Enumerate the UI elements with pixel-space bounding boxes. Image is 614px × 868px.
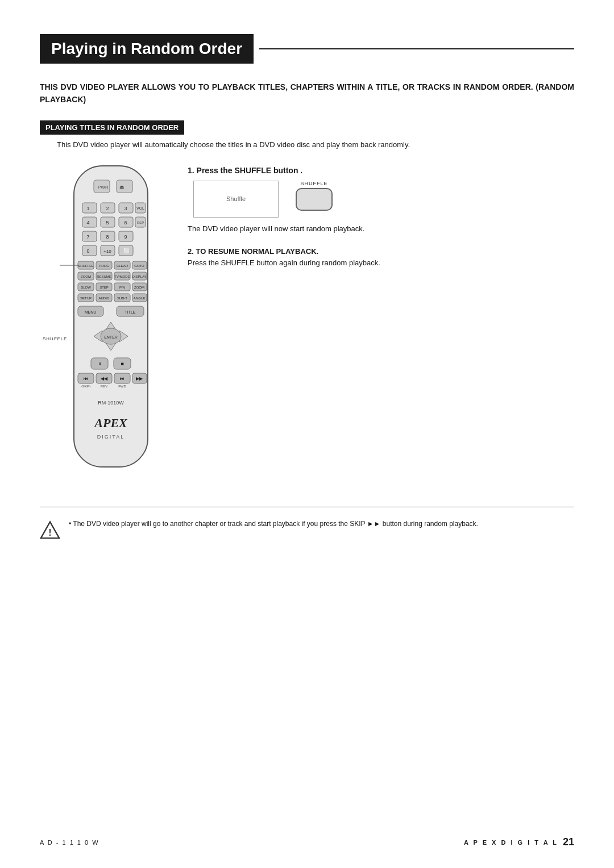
content-divider: [40, 507, 574, 508]
svg-text:GOTO: GOTO: [134, 264, 144, 268]
svg-text:⬜: ⬜: [123, 248, 130, 254]
svg-text:AUDIO: AUDIO: [98, 297, 109, 300]
step2-title: 2. TO RESUME NORMAL PLAYBACK.: [188, 247, 574, 256]
svg-text:SHUFFLE: SHUFFLE: [78, 264, 93, 268]
svg-text:PROG: PROG: [99, 264, 109, 268]
svg-text:-SKIP-: -SKIP-: [81, 385, 91, 388]
svg-text:5: 5: [106, 220, 109, 226]
svg-text:8: 8: [106, 234, 109, 240]
step1: 1. Press the SHUFFLE button . Shuffle SH…: [188, 166, 574, 233]
svg-text:TITLE: TITLE: [125, 310, 135, 314]
svg-text:9: 9: [124, 234, 127, 240]
section-description: This DVD video player will automatically…: [40, 140, 574, 149]
svg-text:◀◀: ◀◀: [101, 376, 108, 381]
instructions-area: 1. Press the SHUFFLE button . Shuffle SH…: [188, 160, 574, 490]
svg-text:RESUME: RESUME: [97, 275, 111, 278]
footer: A D - 1 1 1 0 W A P E X D I G I T A L 21: [40, 836, 574, 848]
svg-text:SUB-T: SUB-T: [117, 297, 127, 300]
intro-text: THIS DVD VIDEO PLAYER ALLOWS YOU TO PLAY…: [40, 81, 574, 106]
shuffle-button-visual: [296, 188, 333, 211]
footer-model: A D - 1 1 1 0 W: [40, 839, 99, 846]
page-title: Playing in Random Order: [40, 34, 254, 64]
page-title-section: Playing in Random Order: [40, 34, 574, 64]
svg-text:+10: +10: [103, 249, 111, 254]
svg-text:4: 4: [86, 220, 89, 226]
warning-text: • The DVD video player will go to anothe…: [69, 519, 478, 529]
svg-text:REV: REV: [101, 385, 107, 388]
step1-desc: The DVD video player will now start rand…: [188, 224, 574, 233]
svg-text:RM-1010W: RM-1010W: [98, 400, 124, 406]
shuffle-side-label: SHUFFLE: [43, 336, 67, 341]
svg-text:FWD: FWD: [118, 385, 126, 388]
svg-text:ZOOM: ZOOM: [134, 286, 144, 289]
title-divider: [259, 48, 574, 49]
section-header: PLAYING TITLES IN RANDOM ORDER: [40, 120, 184, 135]
footer-page-number: 21: [563, 836, 574, 848]
footer-brand: A P E X D I G I T A L: [464, 839, 558, 846]
svg-text:3: 3: [124, 206, 127, 211]
warning-icon: !: [40, 520, 60, 540]
main-content: SHUFFLE PWR ⏏ 1 2 3: [40, 160, 574, 490]
svg-text:1: 1: [86, 206, 89, 211]
svg-text:ANGLE: ANGLE: [134, 297, 145, 300]
shuffle-screen-label: Shuffle: [226, 195, 246, 202]
svg-text:⏏: ⏏: [119, 184, 125, 190]
svg-text:APEX: APEX: [93, 416, 128, 430]
svg-text:PWR: PWR: [98, 185, 109, 190]
svg-text:⏹: ⏹: [121, 362, 125, 366]
svg-text:0: 0: [86, 248, 89, 254]
shuffle-button-top-label: SHUFFLE: [296, 181, 333, 186]
warning-section: ! • The DVD video player will go to anot…: [40, 519, 574, 540]
remote-container: SHUFFLE PWR ⏏ 1 2 3: [40, 160, 171, 490]
svg-text:SETUP: SETUP: [80, 297, 92, 300]
svg-text:P/N: P/N: [119, 286, 125, 289]
svg-text:!: !: [48, 527, 51, 537]
svg-text:REP: REP: [137, 221, 144, 224]
svg-text:⏮: ⏮: [84, 376, 88, 381]
svg-text:ZOOM: ZOOM: [81, 275, 91, 278]
svg-text:ENTER: ENTER: [104, 335, 118, 339]
svg-text:TV/MODE: TV/MODE: [114, 275, 130, 278]
svg-text:STEP: STEP: [99, 286, 109, 289]
svg-text:DISPLAY: DISPLAY: [132, 275, 147, 278]
step1-title: 1. Press the SHUFFLE button .: [188, 166, 574, 175]
step2: 2. TO RESUME NORMAL PLAYBACK. Press the …: [188, 247, 574, 267]
svg-text:⏭: ⏭: [120, 376, 125, 381]
step2-desc: Press the SHUFFLE button again during ra…: [188, 258, 574, 267]
remote-svg: PWR ⏏ 1 2 3 VOL 4: [57, 160, 171, 490]
svg-text:2: 2: [106, 206, 109, 211]
svg-text:MENU: MENU: [85, 310, 97, 314]
svg-text:VOL: VOL: [136, 206, 144, 210]
svg-text:DIGITAL: DIGITAL: [97, 434, 125, 440]
svg-text:6: 6: [124, 220, 127, 226]
svg-text:⏸: ⏸: [98, 362, 102, 366]
svg-text:7: 7: [86, 234, 89, 240]
svg-text:SLOW: SLOW: [81, 286, 91, 289]
svg-text:▶▶: ▶▶: [136, 376, 143, 381]
svg-text:CLEAR: CLEAR: [117, 264, 128, 268]
